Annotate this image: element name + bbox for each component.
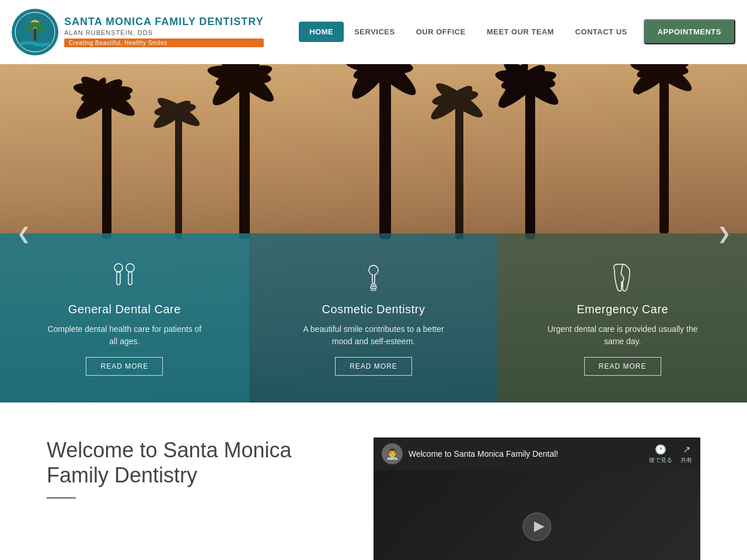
service-general-btn[interactable]: READ MORE [86, 357, 163, 376]
nav-services[interactable]: SERVICES [344, 22, 406, 42]
welcome-title: Welcome to Santa Monica Family Dentistry [47, 438, 338, 488]
appointments-button[interactable]: APPOINTMENTS [644, 19, 735, 44]
service-card-general: General Dental Care Complete dental heal… [0, 233, 249, 402]
nav-contact-us[interactable]: CONTACT US [564, 22, 637, 42]
service-card-emergency: Emergency Care Urgent dental care is pro… [498, 233, 747, 402]
svg-point-45 [114, 264, 123, 272]
nav-our-office[interactable]: OUR OFFICE [406, 22, 476, 42]
site-tagline: Creating Beautiful, Healthy Smiles [64, 38, 264, 47]
welcome-area: Welcome to Santa Monica Family Dentistry [47, 438, 338, 510]
site-subtitle: ALAN RUBENSTEIN, DDS [64, 29, 264, 36]
logo-icon [12, 9, 58, 55]
main-nav: HOME SERVICES OUR OFFICE MEET OUR TEAM C… [299, 19, 735, 44]
carousel-next[interactable]: ❯ [712, 222, 735, 245]
service-general-title: General Dental Care [68, 303, 181, 316]
nav-home[interactable]: HOME [299, 22, 344, 42]
hero-section: ❮ ❯ General Dental Care Complete dental … [0, 64, 747, 402]
service-cosmetic-desc: A beautiful smile contributes to a bette… [292, 323, 455, 348]
svg-rect-46 [117, 272, 120, 285]
share-label: 共有 [680, 456, 692, 464]
service-emergency-desc: Urgent dental care is provided usually t… [541, 323, 704, 348]
svg-rect-49 [371, 284, 376, 286]
cosmetic-dental-icon [356, 261, 391, 296]
svg-rect-48 [128, 272, 132, 285]
video-actions: 🕐 後で見る ↗ 共有 [649, 444, 692, 464]
service-card-cosmetic: Cosmetic Dentistry A beautiful smile con… [249, 233, 498, 402]
carousel-prev[interactable]: ❮ [12, 222, 35, 245]
header: SANTA MONICA FAMILY DENTISTRY ALAN RUBEN… [0, 0, 747, 64]
services-strip: General Dental Care Complete dental heal… [0, 233, 747, 402]
general-dental-icon [107, 261, 142, 296]
share-button[interactable]: ↗ 共有 [680, 444, 692, 464]
video-header: 👨‍⚕️ Welcome to Santa Monica Family Dent… [374, 438, 700, 470]
service-emergency-title: Emergency Care [577, 303, 668, 316]
service-cosmetic-btn[interactable]: READ MORE [335, 357, 412, 376]
video-body[interactable] [374, 470, 700, 560]
welcome-underline [47, 497, 76, 499]
video-title: Welcome to Santa Monica Family Dental! [409, 449, 643, 459]
video-embed[interactable]: 👨‍⚕️ Welcome to Santa Monica Family Dent… [374, 438, 700, 560]
play-icon [522, 512, 551, 541]
svg-rect-50 [371, 286, 376, 288]
service-cosmetic-title: Cosmetic Dentistry [322, 303, 425, 316]
emergency-dental-icon [605, 261, 640, 296]
svg-rect-2 [34, 28, 36, 41]
site-name: SANTA MONICA FAMILY DENTISTRY [64, 16, 264, 28]
svg-rect-51 [371, 289, 376, 290]
watch-later-button[interactable]: 🕐 後で見る [649, 444, 672, 464]
nav-meet-our-team[interactable]: MEET OUR TEAM [476, 22, 565, 42]
share-icon: ↗ [683, 444, 690, 455]
logo-area: SANTA MONICA FAMILY DENTISTRY ALAN RUBEN… [12, 9, 264, 55]
svg-point-5 [29, 22, 41, 27]
watch-later-label: 後で見る [649, 456, 672, 464]
service-general-desc: Complete dental health care for patients… [43, 323, 206, 348]
video-avatar: 👨‍⚕️ [382, 443, 403, 464]
svg-point-47 [126, 264, 134, 272]
clock-icon: 🕐 [655, 444, 666, 455]
below-fold-section: Welcome to Santa Monica Family Dentistry… [0, 402, 747, 560]
logo-text: SANTA MONICA FAMILY DENTISTRY ALAN RUBEN… [64, 16, 264, 47]
service-emergency-btn[interactable]: READ MORE [584, 357, 661, 376]
